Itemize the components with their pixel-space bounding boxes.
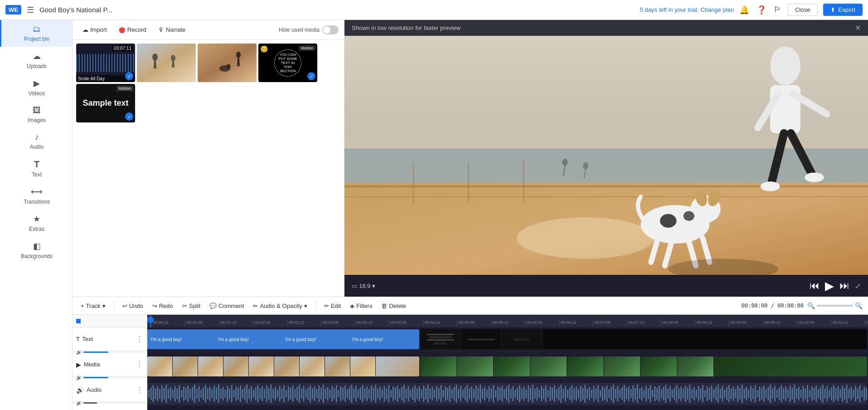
svg-rect-170 xyxy=(419,386,420,401)
media-item-video1[interactable]: 00:18:15 ✓ xyxy=(137,44,196,82)
svg-rect-351 xyxy=(814,388,815,400)
svg-rect-176 xyxy=(432,387,433,400)
split-button[interactable]: ✂ Split xyxy=(179,301,203,311)
fullscreen-button[interactable]: ⤢ xyxy=(855,282,861,290)
svg-rect-123 xyxy=(316,389,317,398)
hamburger-icon[interactable]: ☰ xyxy=(27,5,34,15)
svg-rect-200 xyxy=(484,387,485,400)
hide-used-toggle[interactable]: Hide used media xyxy=(279,25,339,34)
waveform-svg xyxy=(147,383,867,405)
media-segment-1[interactable] xyxy=(147,356,419,376)
text-segment-1[interactable]: I'm a good boy! I'm a good boy! I'm a go… xyxy=(147,329,419,349)
svg-rect-129 xyxy=(329,390,330,398)
close-button[interactable]: Close xyxy=(787,4,818,16)
audio-track-more[interactable]: ⋮ xyxy=(136,386,143,394)
text-track-content: I'm a good boy! I'm a good boy! I'm a go… xyxy=(147,327,868,351)
svg-rect-214 xyxy=(514,390,516,398)
svg-rect-120 xyxy=(310,385,311,402)
redo-button[interactable]: ↪ Redo xyxy=(150,301,176,311)
motion-segment-1[interactable]: MOTION NATIONAL xyxy=(420,329,867,349)
svg-rect-362 xyxy=(838,386,839,401)
svg-rect-139 xyxy=(351,385,352,403)
import-icon: ☁ xyxy=(82,26,88,33)
zoom-out-icon[interactable]: 🔍 xyxy=(807,302,815,309)
svg-rect-184 xyxy=(449,386,451,402)
timeline-tracks: 00:00:12 00:01:00 00:01:12 00:02:00 00:0… xyxy=(147,315,868,410)
skip-back-button[interactable]: ⏮ xyxy=(810,280,820,292)
svg-rect-192 xyxy=(466,385,468,402)
sidebar-item-extras[interactable]: ★ Extras xyxy=(0,210,72,237)
change-plan-link[interactable]: Change plan xyxy=(700,6,734,13)
filters-icon: ◈ xyxy=(350,303,354,309)
zoom-slider[interactable] xyxy=(817,305,853,307)
timeline-body: T Text ⋮ 🔊 ▶ Media ⋮ 🔊 xyxy=(73,315,868,410)
media-item-motion1[interactable]: 😊 Motion YOU CAN PUT SOME TEXT IN THIS S… xyxy=(258,44,317,82)
sidebar-item-audio[interactable]: ♪ Audio xyxy=(0,128,72,155)
svg-rect-294 xyxy=(689,385,690,403)
text-track-more[interactable]: ⋮ xyxy=(136,335,143,343)
delete-button[interactable]: 🗑 Delete xyxy=(378,301,409,311)
play-button[interactable]: ▶ xyxy=(825,279,834,293)
svg-rect-165 xyxy=(408,386,409,401)
svg-line-10 xyxy=(238,58,239,66)
sidebar-item-images[interactable]: 🖼 Images xyxy=(0,101,72,128)
svg-rect-121 xyxy=(312,388,313,399)
sidebar-item-text[interactable]: T Text xyxy=(0,155,72,182)
main-content: 🗂 Project bin ☁ Uploads ▶ Videos 🖼 Image… xyxy=(0,20,868,410)
svg-rect-113 xyxy=(294,389,296,398)
svg-rect-270 xyxy=(637,385,638,403)
media-item-video2[interactable]: 09:17:21 ✓ xyxy=(198,44,257,82)
svg-rect-114 xyxy=(296,387,298,400)
help-icon[interactable]: ❓ xyxy=(756,5,766,15)
svg-rect-301 xyxy=(704,390,706,397)
playhead-indicator xyxy=(76,319,81,323)
svg-rect-75 xyxy=(211,389,213,398)
flag-icon[interactable]: 🏳 xyxy=(774,5,782,15)
sidebar-item-uploads[interactable]: ☁ Uploads xyxy=(0,47,72,74)
comment-button[interactable]: 💬 Comment xyxy=(207,301,247,311)
sidebar-item-backgrounds[interactable]: ◧ Backgrounds xyxy=(0,237,72,264)
media-segment-2[interactable] xyxy=(420,356,867,376)
notification-icon[interactable]: 🔔 xyxy=(739,5,749,15)
media-track-more[interactable]: ⋮ xyxy=(136,360,143,369)
media-item-audio1[interactable]: 03:07:11 Smile All Day ✓ xyxy=(76,44,135,82)
svg-rect-309 xyxy=(722,386,723,401)
zoom-in-icon[interactable]: 🔍 xyxy=(855,302,863,309)
export-button[interactable]: ⬆ Export xyxy=(823,4,863,16)
sidebar-item-project-bin[interactable]: 🗂 Project bin xyxy=(0,20,72,47)
svg-rect-61 xyxy=(181,390,182,397)
preview-notice-close[interactable]: ✕ xyxy=(855,24,861,32)
svg-rect-368 xyxy=(850,387,852,400)
undo-button[interactable]: ↩ Undo xyxy=(120,301,146,311)
hide-used-switch[interactable] xyxy=(322,25,339,34)
svg-rect-204 xyxy=(493,385,494,402)
audio-opacity-button[interactable]: ✏ Audio & Opacity ▾ xyxy=(250,301,310,311)
svg-point-4 xyxy=(171,55,175,61)
narrate-button[interactable]: 🎙 Narrate xyxy=(154,24,190,35)
svg-rect-128 xyxy=(327,387,329,400)
edit-button[interactable]: ✏ Edit xyxy=(321,301,344,311)
skip-forward-button[interactable]: ⏭ xyxy=(839,280,849,292)
playhead-handle[interactable] xyxy=(147,317,154,323)
filters-button[interactable]: ◈ Filters xyxy=(347,301,375,311)
comment-icon: 💬 xyxy=(209,303,217,309)
svg-rect-370 xyxy=(855,386,856,401)
svg-rect-115 xyxy=(299,385,300,403)
svg-rect-228 xyxy=(545,385,547,402)
svg-rect-339 xyxy=(787,389,789,398)
svg-rect-110 xyxy=(288,386,289,401)
import-button[interactable]: ☁ Import xyxy=(78,24,112,35)
sidebar-item-videos[interactable]: ▶ Videos xyxy=(0,74,72,101)
add-track-button[interactable]: + Track ▾ xyxy=(78,301,108,311)
audio-volume-bar[interactable] xyxy=(83,402,97,404)
transitions-icon: ⟷ xyxy=(31,187,43,197)
record-button[interactable]: ⬤ Record xyxy=(114,24,151,35)
sidebar-item-transitions[interactable]: ⟷ Transitions xyxy=(0,182,72,210)
audio-segment[interactable] xyxy=(147,383,867,405)
svg-rect-51 xyxy=(159,389,160,398)
uploads-icon: ☁ xyxy=(33,51,41,61)
svg-rect-350 xyxy=(811,386,813,401)
svg-rect-97 xyxy=(259,388,261,399)
preview-ratio[interactable]: ▭ 16:9 ▾ xyxy=(352,283,375,289)
media-item-motion2[interactable]: Motion Sample text ✓ xyxy=(76,84,135,122)
